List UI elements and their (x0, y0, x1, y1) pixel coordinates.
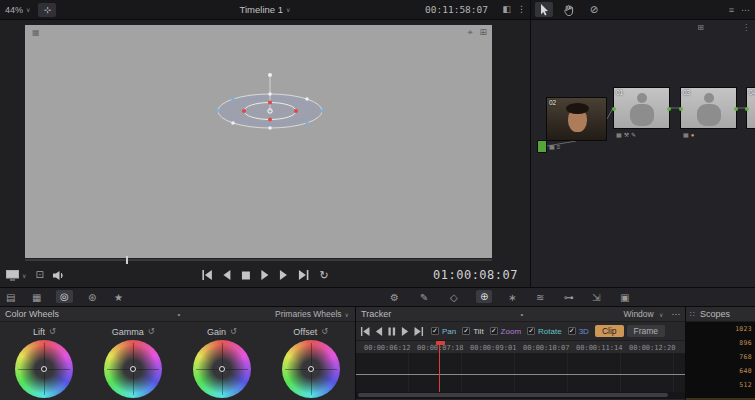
tracker-playhead-handle[interactable] (436, 341, 445, 345)
motion-effects-icon[interactable]: ⚙ (390, 291, 399, 304)
node-options-icon[interactable]: ⋮ (742, 23, 750, 32)
track-reverse-frame-button[interactable] (375, 325, 383, 337)
previous-frame-button[interactable] (222, 269, 231, 281)
qualifier-icon[interactable]: ✎ (420, 291, 428, 304)
track-forward-frame-button[interactable] (401, 325, 409, 337)
scrollbar-thumb[interactable] (358, 393, 668, 397)
wheel-label: Gain (207, 327, 226, 337)
effects-star-icon[interactable]: ★ (114, 291, 123, 304)
track-to-start-button[interactable] (360, 325, 370, 337)
wheel-hub[interactable] (41, 366, 47, 372)
node-01[interactable]: 01 ▦⚒✎ (613, 87, 670, 129)
sizing-palette-icon[interactable]: ⇲ (592, 291, 600, 304)
power-window-icon[interactable]: ◇ (450, 291, 458, 304)
color-wheels-palette-icon[interactable]: ◎ (56, 290, 73, 303)
timeline-selector[interactable]: Timeline 1 ∨ (240, 4, 291, 15)
tracker-options-icon[interactable]: ⋯ (672, 309, 681, 319)
stereo3d-palette-icon[interactable]: ▣ (620, 291, 629, 304)
offset-wheel[interactable] (282, 340, 340, 398)
feature-label: Tilt (473, 327, 483, 336)
gamma-wheel[interactable] (104, 340, 162, 398)
gain-wheel[interactable] (193, 340, 251, 398)
page-dot-icon[interactable]: • (178, 310, 181, 319)
viewer-canvas[interactable]: ▦ ⌖ ⊞ (25, 25, 492, 258)
track-to-end-button[interactable] (414, 325, 424, 337)
reset-icon[interactable]: ↺ (148, 327, 155, 336)
check-icon: ✓ (491, 327, 497, 335)
page-dot-icon[interactable]: • (521, 310, 524, 319)
bypass-grades-icon[interactable]: ⊘ (585, 2, 603, 17)
safe-area-icon[interactable]: ⌖ (467, 27, 472, 38)
zoom-feature-toggle[interactable]: ✓ Zoom (490, 327, 521, 336)
loop-playback-icon[interactable]: ↻ (319, 269, 328, 282)
frame-mode-button[interactable]: Frame (627, 325, 666, 337)
reset-icon[interactable]: ↺ (321, 327, 328, 336)
mute-audio-button[interactable] (53, 269, 64, 281)
go-to-end-button[interactable] (298, 269, 309, 281)
wheel-label: Lift (33, 327, 45, 337)
node-connections (531, 0, 755, 287)
highlight-button[interactable]: ⊹ (38, 3, 56, 17)
node-menu-icon[interactable]: ≡ (729, 5, 734, 15)
node-tools-icon: ⚒ (624, 132, 631, 138)
wheel-hub[interactable] (219, 366, 225, 372)
viewer-mode-button[interactable]: ∨ (6, 269, 26, 281)
viewer-options-icon[interactable]: ⋮ (517, 5, 526, 14)
stop-button[interactable] (241, 269, 250, 281)
lut-browser-icon[interactable]: ▦ (32, 291, 41, 304)
hdr-palette-icon[interactable]: ⊛ (88, 291, 96, 304)
reset-icon[interactable]: ↺ (230, 327, 237, 336)
clip-mode-button[interactable]: Clip (595, 325, 624, 337)
viewer-zoom-select[interactable]: 44% ∨ (5, 5, 30, 15)
magic-mask-icon[interactable]: ∗ (508, 291, 516, 304)
expand-viewer-icon[interactable]: ⊡ (35, 270, 43, 280)
split-screen-icon[interactable]: ◧ (502, 5, 511, 14)
checkbox: ✓ (527, 327, 535, 335)
next-frame-button[interactable] (279, 269, 288, 281)
canvas-grid-icon[interactable]: ▦ (32, 28, 40, 37)
gallery-icon[interactable]: ▤ (6, 291, 15, 304)
node-04[interactable]: 04 (746, 87, 755, 129)
key-palette-icon[interactable]: ⊶ (564, 291, 574, 304)
tracker-graph[interactable] (356, 353, 685, 392)
tracker-scrollbar[interactable] (356, 392, 685, 399)
record-timecode: 01:00:08:07 (433, 268, 518, 282)
node-graph-panel: ⊘ ≡ ⋯ ⊞ ⋮ 02 ▦≡ 01 (530, 0, 755, 287)
waveform-scope[interactable]: 1023 896 768 640 512 (686, 322, 755, 400)
hand-tool-button[interactable] (560, 2, 578, 17)
rotate-feature-toggle[interactable]: ✓ Rotate (527, 327, 562, 336)
chevron-down-icon: ∨ (659, 312, 663, 318)
reset-icon[interactable]: ↺ (49, 327, 56, 336)
scope-layout-icon[interactable]: ∷ (690, 310, 695, 319)
clip-timecode: 00:11:58:07 (425, 4, 488, 15)
blur-palette-icon[interactable]: ≋ (536, 291, 544, 304)
wheel-hub[interactable] (130, 366, 136, 372)
tracker-controls: ✓ Pan ✓ Tilt ✓ Zoom ✓ Rotate ✓ 3D Clip F… (356, 322, 685, 340)
tracker-palette-icon[interactable]: ⊕ (476, 290, 492, 303)
viewer-jog-bar[interactable] (25, 259, 492, 261)
ruler-timecode: 00:00:09:01 (470, 344, 516, 352)
lift-wheel[interactable] (15, 340, 73, 398)
wheels-mode-select[interactable]: Primaries Wheels ∨ (275, 309, 349, 319)
node-wipe-icon[interactable]: ⊞ (697, 23, 704, 32)
tilt-feature-toggle[interactable]: ✓ Tilt (462, 327, 483, 336)
pan-feature-toggle[interactable]: ✓ Pan (431, 327, 456, 336)
wheel-label: Offset (293, 327, 317, 337)
viewer-panel: 44% ∨ ⊹ Timeline 1 ∨ 00:11:58:07 ◧ ⋮ ▦ ⌖… (0, 0, 530, 287)
pointer-tool-button[interactable] (535, 2, 553, 17)
ruler-timecode: 00:00:06:12 (364, 344, 410, 352)
play-button[interactable] (260, 269, 269, 281)
tracker-mode-select[interactable]: Window ∨ (623, 309, 663, 319)
canvas-zoom-icon[interactable]: ⊞ (479, 27, 487, 38)
tracker-timeline-ruler[interactable]: 00:00:06:12 00:00:07:18 00:00:09:01 00:0… (356, 340, 685, 353)
wheel-hub[interactable] (308, 366, 314, 372)
node-02[interactable]: 02 ▦≡ (546, 97, 607, 141)
pause-tracking-button[interactable] (388, 325, 396, 337)
node-more-icon[interactable]: ⋯ (741, 5, 750, 15)
node-03[interactable]: 03 ▦● (680, 87, 737, 129)
power-window-ellipse[interactable] (205, 65, 335, 149)
source-input-node[interactable] (537, 140, 547, 153)
go-to-start-button[interactable] (201, 269, 212, 281)
viewer-zoom-value: 44% (5, 5, 23, 15)
3d-feature-toggle[interactable]: ✓ 3D (568, 327, 589, 336)
